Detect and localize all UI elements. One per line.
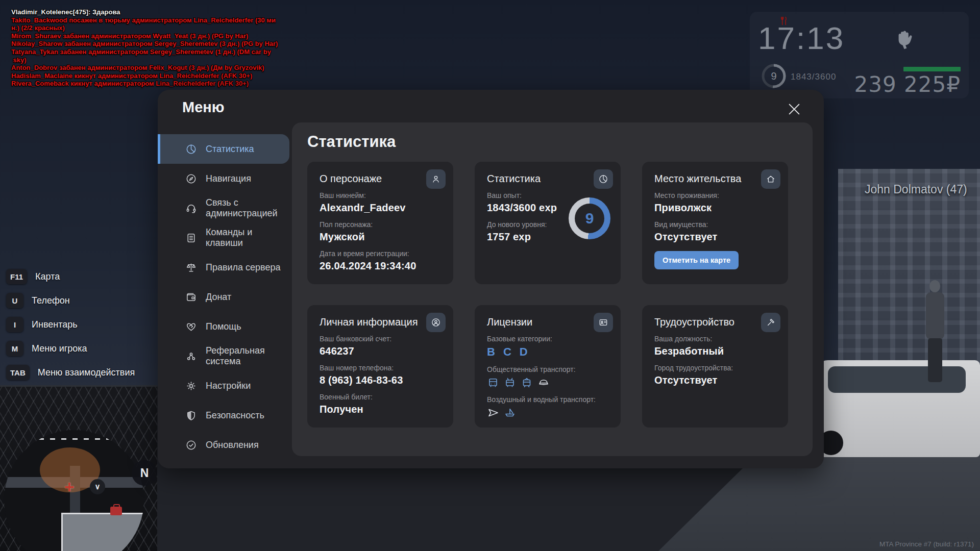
menu-title: Меню	[182, 99, 225, 116]
menu-content: Статистика О персонаже Ваш никнейм:Alexa…	[292, 122, 813, 456]
sidebar-item-label: Обновления	[206, 440, 259, 450]
sidebar-item-security[interactable]: Безопасность	[158, 400, 289, 430]
sidebar-item-updates[interactable]: Обновления	[158, 430, 289, 460]
menu-sidebar: Статистика Навигация Связь с администрац…	[158, 134, 289, 460]
headset-icon	[185, 203, 197, 214]
field-label: Общественный транспорт:	[487, 365, 608, 373]
server-watermark: MTA Province #7 (build: r1371)	[879, 540, 974, 548]
sidebar-item-admin-contact[interactable]: Связь с администрацией	[158, 193, 289, 223]
card-residence: Место жительства Место проживания:Привол…	[642, 162, 788, 284]
hud-xp-text: 1843/3600	[791, 72, 836, 82]
card-field: Военный билет:Получен	[320, 393, 441, 415]
chat-line: н.) (2/2 красных)	[11, 24, 278, 32]
sidebar-item-donate[interactable]: Донат	[158, 282, 289, 312]
compass-icon	[185, 173, 197, 185]
hotkey-m: M Меню игрока	[6, 341, 135, 356]
card-title: Статистика	[487, 173, 541, 184]
chat-line: Vladimir_Kotelenec[475]: Здарова	[11, 8, 278, 16]
license-category: C	[503, 345, 511, 359]
field-value: 646237	[320, 345, 441, 357]
page-title: Статистика	[307, 133, 396, 151]
field-label: Ваш номер телефона:	[320, 364, 441, 372]
level-number: 9	[575, 204, 604, 233]
sidebar-item-label: Навигация	[206, 173, 251, 184]
hud-level-number: 9	[761, 63, 787, 89]
field-label: Место проживания:	[654, 191, 776, 199]
hotkey-hints: F11 Карта U Телефон I Инвентарь M Меню и…	[6, 269, 135, 389]
hotkey-i: I Инвентарь	[6, 317, 135, 332]
sidebar-item-referral-system[interactable]: Реферальная система	[158, 341, 289, 371]
license-icons-row	[487, 407, 608, 419]
mark-on-map-button[interactable]: Отметить на карте	[654, 251, 739, 269]
hotkey-u: U Телефон	[6, 293, 135, 308]
field-label: Ваш банковский счет:	[320, 335, 441, 343]
field-label: Ваша должность:	[654, 335, 776, 343]
card-title: Трудоустройство	[654, 316, 734, 328]
card-badge	[761, 169, 780, 189]
hud-health-bar	[903, 67, 961, 71]
service-cap-icon	[537, 377, 550, 389]
license-icons-row	[487, 377, 608, 389]
pedestrian-torso	[926, 292, 944, 339]
card-badge	[594, 169, 613, 189]
house-icon	[766, 174, 776, 184]
pie-chart-icon	[598, 174, 608, 184]
minimap-bag-blip	[110, 507, 122, 515]
card-badge	[761, 313, 780, 332]
hotkey-f11: F11 Карта	[6, 269, 135, 284]
trolleybus-icon	[504, 377, 516, 389]
field-value: Отсутствует	[654, 374, 776, 386]
close-icon	[786, 101, 802, 117]
minimap-hospital-blip: +	[64, 479, 75, 494]
sidebar-item-label: Статистика	[206, 144, 254, 155]
field-value: Мужской	[320, 231, 441, 243]
hammer-icon	[766, 317, 776, 328]
sidebar-item-settings[interactable]: Настройки	[158, 371, 289, 400]
field-label: Базовые категории:	[487, 335, 608, 343]
network-icon	[185, 350, 197, 362]
shield-icon	[185, 410, 197, 421]
sidebar-item-help[interactable]: Помощь	[158, 312, 289, 341]
sidebar-item-label: Связь с администрацией	[206, 197, 289, 219]
card-about-character: О персонаже Ваш никнейм:Alexandr_Fadeev …	[307, 162, 453, 284]
field-label: Вид имущества:	[654, 220, 776, 229]
sidebar-item-server-rules[interactable]: Правила сервера	[158, 253, 289, 282]
handshake-heart-icon	[185, 321, 197, 333]
plane-icon	[487, 407, 499, 419]
hotkey-key-badge: U	[6, 293, 23, 308]
sidebar-item-statistics[interactable]: Статистика	[158, 134, 289, 164]
chat-line: Mirom_Shuraev забанен администратором Wy…	[11, 32, 278, 40]
card-field: Ваш банковский счет:646237	[320, 335, 441, 357]
card-title: Лицензии	[487, 316, 532, 328]
field-value: Безработный	[654, 345, 776, 357]
field-value: 8 (963) 146-83-63	[320, 374, 441, 386]
hotkey-key-badge: TAB	[6, 365, 30, 380]
game-screen: John Dolmatov (47) MTA Province #7 (buil…	[0, 0, 980, 551]
card-field: Ваш номер телефона:8 (963) 146-83-63	[320, 364, 441, 386]
sidebar-item-navigation[interactable]: Навигация	[158, 164, 289, 193]
player-nametag: John Dolmatov (47)	[865, 183, 967, 196]
sidebar-item-label: Донат	[206, 292, 231, 303]
license-categories: BCD	[487, 345, 608, 359]
close-button[interactable]	[786, 101, 802, 117]
wallet-icon	[185, 291, 197, 303]
card-employment: Трудоустройство Ваша должность:Безработн…	[642, 305, 788, 428]
hotkey-label: Меню игрока	[32, 343, 87, 354]
card-badge	[426, 313, 446, 332]
bus-icon	[487, 377, 499, 389]
sidebar-item-label: Команды и клавиши	[206, 227, 289, 248]
pie-chart-icon	[185, 143, 197, 155]
card-field: Место проживания:Приволжск	[654, 191, 776, 214]
hotkey-label: Телефон	[32, 295, 70, 306]
pedestrian-legs	[928, 338, 942, 382]
building-silhouette	[838, 169, 980, 388]
scales-icon	[185, 262, 197, 273]
card-field: Дата и время регистрации:26.04.2024 19:3…	[320, 249, 441, 272]
hud-level-ring: 9	[761, 63, 787, 89]
sidebar-item-commands-keys[interactable]: Команды и клавиши	[158, 223, 289, 253]
minimap-north-badge: N	[132, 460, 157, 486]
card-field: Общественный транспорт:	[487, 365, 608, 389]
card-title: О персонаже	[320, 173, 382, 184]
field-label: Город трудоустройства:	[654, 364, 776, 372]
field-value: Alexandr_Fadeev	[320, 202, 441, 214]
